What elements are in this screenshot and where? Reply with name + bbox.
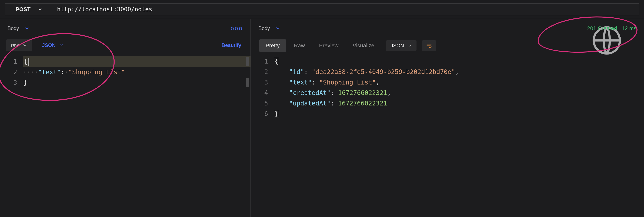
body-language-label: JSON [42,42,56,48]
request-url-input[interactable]: http://localhost:3000/notes [51,3,639,15]
whitespace-indicator: ···· [23,68,38,76]
chevron-down-icon [408,44,412,48]
line-number: 5 [251,98,274,109]
brace: { [23,58,28,65]
json-key: "text" [289,79,312,86]
json-key: "text" [38,68,61,76]
scrollbar-thumb[interactable] [246,57,249,66]
comma: , [455,68,459,75]
more-options-button[interactable]: ooo [231,25,243,32]
text-caret [28,58,29,66]
response-body-viewer[interactable]: 1 { 2 "id": "dea22a38-2fe5-4049-b259-b20… [251,56,644,119]
http-method-select[interactable]: POST [5,3,51,15]
line-number: 3 [251,77,274,88]
tab-preview[interactable]: Preview [313,39,344,52]
colon: : [61,68,64,76]
response-format-select[interactable]: JSON [386,40,416,51]
comma: , [387,89,391,96]
request-bar: POST http://localhost:3000/notes [0,0,644,19]
brace: } [23,79,28,86]
beautify-button[interactable]: Beautify [222,42,241,48]
json-number: 1672766022321 [338,89,387,96]
line-number: 2 [251,67,274,77]
colon: : [330,89,334,96]
response-body-tab[interactable]: Body [258,25,280,31]
whitespace-indicator: · [64,68,68,76]
chevron-down-icon [60,43,64,47]
json-string: "Shopping List" [68,68,125,76]
brace: } [274,110,279,118]
request-url-text: http://localhost:3000/notes [57,6,152,13]
line-number: 1 [0,56,23,67]
tab-visualize[interactable]: Visualize [346,39,380,52]
tab-pretty[interactable]: Pretty [259,39,286,52]
globe-icon[interactable] [576,25,582,32]
request-body-editor[interactable]: 1 { 2 ····"text":·"Shopping List" 3 } [0,56,250,88]
colon: : [330,99,334,107]
response-status: 201 Created [587,25,617,32]
tab-raw[interactable]: Raw [288,39,311,52]
comma: , [376,79,380,86]
http-method-label: POST [16,6,30,13]
line-number: 3 [0,77,23,88]
request-body-tab[interactable]: Body [8,25,29,31]
scrollbar-thumb[interactable] [246,78,249,87]
chevron-down-icon [276,26,280,30]
colon: : [304,68,308,75]
body-subtype-label: raw [11,42,19,48]
json-number: 1672766022321 [338,99,387,107]
response-body-label: Body [258,25,270,31]
request-body-label: Body [8,25,19,31]
chevron-down-icon [25,26,29,30]
json-string: "dea22a38-2fe5-4049-b259-b202d12bd70e" [312,68,455,75]
colon: : [312,79,316,86]
line-number: 4 [251,88,274,98]
response-time: 12 ms [622,25,636,32]
response-panel: Body 201 Created 12 ms Pretty Raw Previe… [251,19,644,217]
response-format-label: JSON [390,43,404,49]
chevron-down-icon [23,43,27,47]
body-language-select[interactable]: JSON [37,39,68,51]
wrap-lines-button[interactable] [422,40,436,51]
body-subtype-select[interactable]: raw [6,39,32,51]
json-string: "Shopping List" [319,79,376,86]
chevron-down-icon [38,7,42,12]
line-number: 2 [0,67,23,77]
request-panel: Body ooo raw JSON Beautify 1 { 2 [0,19,251,217]
json-key: "createdAt" [289,89,330,96]
json-key: "updatedAt" [289,99,330,107]
line-number: 6 [251,109,274,119]
json-key: "id" [289,68,304,75]
line-number: 1 [251,56,274,67]
brace: { [274,58,279,65]
